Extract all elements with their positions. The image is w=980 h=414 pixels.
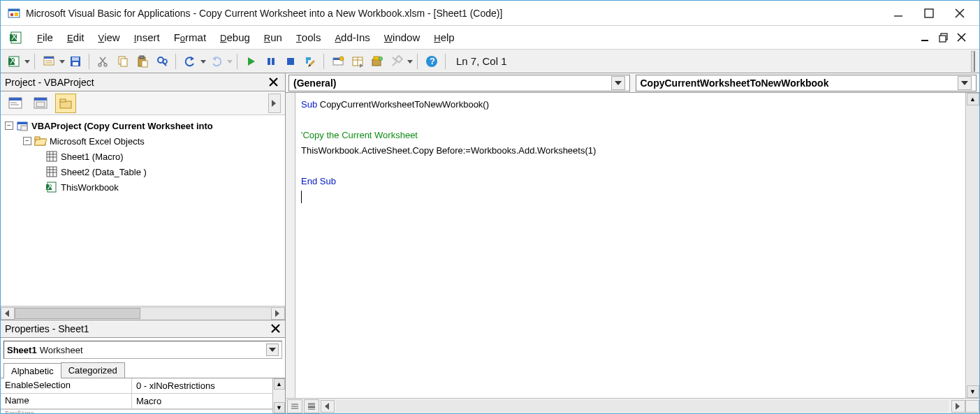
tree-item-sheet2[interactable]: Sheet2 (Data_Table ) xyxy=(2,164,284,179)
toolbox-button[interactable] xyxy=(388,52,406,71)
save-button[interactable] xyxy=(66,52,85,71)
object-browser-button[interactable] xyxy=(368,52,386,71)
dropdown-arrow-icon[interactable] xyxy=(200,59,206,64)
menu-format[interactable]: Format xyxy=(167,29,213,46)
dropdown-arrow-icon[interactable] xyxy=(407,59,413,64)
scroll-right-icon[interactable] xyxy=(951,400,965,413)
svg-rect-13 xyxy=(939,36,946,42)
menu-add-ins[interactable]: Add-Ins xyxy=(328,29,376,46)
insert-module-button[interactable] xyxy=(40,52,58,71)
menu-insert[interactable]: Insert xyxy=(127,29,167,46)
code-text: ThisWorkbook.ActiveSheet.Copy Before:=Wo… xyxy=(301,145,596,156)
object-combo[interactable]: (General) xyxy=(288,75,630,91)
toolbar-splitter[interactable] xyxy=(971,51,975,72)
project-tree[interactable]: − VBAProject (Copy Current Worksheet int… xyxy=(1,115,285,306)
scroll-left-icon[interactable] xyxy=(321,400,335,413)
scroll-thumb[interactable] xyxy=(15,308,140,319)
scroll-right-icon[interactable] xyxy=(271,307,285,320)
mdi-restore-button[interactable] xyxy=(939,33,949,43)
view-code-button[interactable] xyxy=(5,94,26,113)
project-panel-close-button[interactable] xyxy=(267,75,281,89)
property-value[interactable]: 0 - xlNoRestrictions xyxy=(132,378,272,393)
undo-button[interactable] xyxy=(181,52,199,71)
find-button[interactable] xyxy=(153,52,171,71)
svg-text:X: X xyxy=(47,182,54,191)
property-row[interactable]: Name Macro xyxy=(1,394,272,409)
svg-rect-80 xyxy=(17,122,27,124)
size-grip[interactable] xyxy=(965,400,979,413)
properties-vscroll[interactable]: ▲ ▼ xyxy=(272,378,285,413)
properties-panel-title: Properties - Sheet1 xyxy=(5,323,271,334)
redo-button[interactable] xyxy=(207,52,226,71)
tab-categorized[interactable]: Categorized xyxy=(61,362,125,378)
code-editor[interactable]: Sub CopyCurrentWorksheetToNewWorkbook() … xyxy=(295,93,965,398)
menu-file[interactable]: File xyxy=(30,29,60,46)
toggle-folders-button[interactable] xyxy=(55,94,76,113)
property-value[interactable]: Macro xyxy=(132,394,272,408)
break-button[interactable] xyxy=(262,52,280,71)
maximize-button[interactable] xyxy=(923,8,935,19)
code-margin[interactable] xyxy=(286,93,295,398)
collapse-icon[interactable]: − xyxy=(5,121,13,130)
dropdown-arrow-icon[interactable] xyxy=(59,59,65,64)
mdi-close-button[interactable] xyxy=(957,33,967,43)
full-module-view-button[interactable] xyxy=(304,399,319,413)
properties-window-button[interactable] xyxy=(349,52,367,71)
properties-object-selector[interactable]: Sheet1 Worksheet xyxy=(3,341,282,359)
procedure-combo-value: CopyCurrentWorksheetToNewWorkbook xyxy=(641,77,958,89)
code-hscroll-track[interactable] xyxy=(336,400,949,413)
project-hscroll[interactable] xyxy=(1,306,285,320)
scroll-down-icon[interactable]: ▼ xyxy=(274,402,285,413)
dropdown-arrow-icon[interactable] xyxy=(266,343,279,356)
scroll-up-icon[interactable]: ▲ xyxy=(967,93,979,105)
menu-help[interactable]: Help xyxy=(427,29,461,46)
procedure-view-button[interactable] xyxy=(287,399,302,413)
project-explorer-button[interactable] xyxy=(329,52,347,71)
scroll-up-icon[interactable]: ▲ xyxy=(274,378,285,390)
tree-folder[interactable]: − Microsoft Excel Objects xyxy=(2,133,284,149)
menu-run[interactable]: Run xyxy=(257,29,289,46)
reset-button[interactable] xyxy=(281,52,300,71)
svg-rect-74 xyxy=(34,98,47,101)
view-excel-button[interactable]: X xyxy=(5,52,23,71)
dropdown-arrow-icon[interactable] xyxy=(611,76,625,90)
svg-rect-81 xyxy=(21,126,27,131)
collapse-icon[interactable]: − xyxy=(23,137,31,145)
scroll-down-icon[interactable]: ▼ xyxy=(967,385,979,398)
property-row[interactable]: EnableSelection 0 - xlNoRestrictions xyxy=(1,378,272,394)
tree-item-sheet1[interactable]: Sheet1 (Macro) xyxy=(2,149,284,164)
menu-edit[interactable]: Edit xyxy=(60,29,92,46)
standard-toolbar: X ? Ln 7, Col 1 xyxy=(1,50,979,73)
properties-panel-header: Properties - Sheet1 xyxy=(1,320,285,338)
tree-root[interactable]: − VBAProject (Copy Current Worksheet int… xyxy=(2,118,284,133)
run-button[interactable] xyxy=(242,52,261,71)
text-caret xyxy=(301,191,302,203)
svg-rect-46 xyxy=(272,58,275,65)
code-vscroll[interactable]: ▲ ▼ xyxy=(965,93,979,398)
menu-window[interactable]: Window xyxy=(377,29,427,46)
copy-button[interactable] xyxy=(114,52,132,71)
tree-item-thisworkbook[interactable]: X ThisWorkbook xyxy=(2,179,284,195)
svg-rect-85 xyxy=(47,151,57,161)
cut-button[interactable] xyxy=(94,52,112,71)
menu-tools[interactable]: Tools xyxy=(289,29,328,46)
mdi-minimize-button[interactable] xyxy=(921,33,930,43)
dropdown-arrow-icon[interactable] xyxy=(24,59,30,64)
dropdown-arrow-icon[interactable] xyxy=(227,59,233,64)
menu-view[interactable]: View xyxy=(91,29,126,46)
help-button[interactable]: ? xyxy=(423,52,441,71)
menu-debug[interactable]: Debug xyxy=(213,29,257,46)
svg-marker-64 xyxy=(407,60,413,64)
minimize-button[interactable] xyxy=(893,8,904,19)
design-mode-button[interactable] xyxy=(301,52,319,71)
tab-alphabetic[interactable]: Alphabetic xyxy=(3,363,61,378)
procedure-combo[interactable]: CopyCurrentWorksheetToNewWorkbook xyxy=(636,75,977,91)
paste-button[interactable] xyxy=(133,52,152,71)
properties-grid[interactable]: EnableSelection 0 - xlNoRestrictions Nam… xyxy=(1,378,272,413)
scroll-left-icon[interactable] xyxy=(1,307,15,320)
view-object-button[interactable] xyxy=(30,94,51,113)
project-toolbar-scroll[interactable] xyxy=(268,94,281,113)
close-button[interactable] xyxy=(954,8,965,19)
dropdown-arrow-icon[interactable] xyxy=(958,76,972,90)
properties-panel-close-button[interactable] xyxy=(271,324,281,334)
